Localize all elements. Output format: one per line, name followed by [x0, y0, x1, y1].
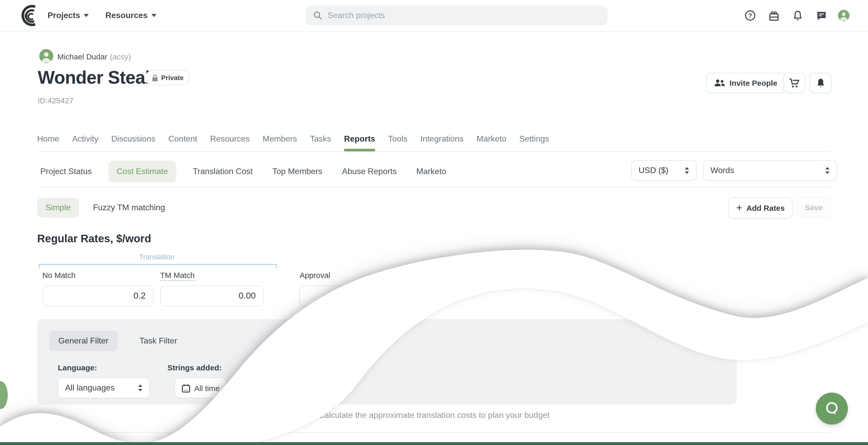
add-rates-label: Add Rates	[746, 203, 784, 212]
subtab-label: Abuse Reports	[342, 167, 397, 176]
user-avatar[interactable]	[838, 10, 849, 21]
filter-tab-general[interactable]: General Filter	[49, 330, 118, 351]
tab-settings[interactable]: Settings	[519, 126, 549, 151]
project-notifications-button[interactable]	[810, 73, 832, 93]
bottom-accent-bar	[0, 442, 868, 445]
owner-name: Michael Dudar	[57, 52, 107, 61]
rate-input-approval[interactable]	[299, 286, 427, 306]
notifications-button[interactable]	[788, 6, 807, 25]
mode-fuzzy-label: Fuzzy TM matching	[93, 203, 165, 212]
tab-label: Integrations	[420, 134, 463, 144]
top-navigation-bar: Projects Resources Search projects ?	[0, 0, 868, 32]
plus-icon: +	[736, 202, 742, 214]
subtab-top-members[interactable]: Top Members	[269, 161, 326, 182]
subtab-abuse-reports[interactable]: Abuse Reports	[339, 161, 400, 182]
strings-added-value: All time	[194, 384, 220, 392]
tab-label: Discussions	[111, 134, 156, 144]
select-caret-icon	[138, 384, 143, 391]
mode-fuzzy-tm-matching[interactable]: Fuzzy TM matching	[93, 198, 165, 218]
save-label: Save	[805, 203, 823, 212]
calendar-icon	[182, 384, 190, 392]
rate-input-tm-match[interactable]	[160, 286, 264, 306]
bell-icon	[792, 10, 803, 21]
chat-bubble-icon	[823, 400, 841, 417]
projects-menu-label: Projects	[48, 11, 80, 20]
mode-simple-label: Simple	[45, 203, 71, 212]
rate-label-tm-match-text[interactable]: TM Match	[160, 271, 194, 281]
chevron-down-icon	[84, 14, 89, 17]
subtab-label: Cost Estimate	[117, 167, 168, 176]
rate-label-no-match: No Match	[42, 271, 75, 280]
project-owner[interactable]: Michael Dudar (acsy)	[57, 52, 131, 61]
tab-integrations[interactable]: Integrations	[420, 126, 463, 151]
subtabs-divider	[37, 187, 831, 188]
filters-panel: General Filter Task Filter Language: Str…	[37, 319, 737, 405]
rates-group-label: Translation	[39, 253, 275, 261]
crowdin-logo[interactable]	[14, 5, 41, 28]
language-select[interactable]: All languages	[58, 378, 150, 398]
projects-menu[interactable]: Projects	[48, 0, 89, 31]
search-input[interactable]: Search projects	[306, 6, 608, 25]
subtab-label: Project Status	[40, 167, 92, 176]
language-value: All languages	[65, 383, 115, 392]
currency-value: USD ($)	[639, 166, 669, 175]
subtab-cost-estimate[interactable]: Cost Estimate	[108, 161, 176, 182]
help-icon: ?	[745, 10, 756, 21]
subtab-label: Translation Cost	[193, 167, 253, 176]
privacy-badge-label: Private	[161, 74, 184, 82]
owner-avatar-icon	[39, 49, 53, 63]
subtab-translation-cost[interactable]: Translation Cost	[190, 161, 256, 182]
calendar-filled-icon	[243, 384, 251, 392]
chat-icon	[816, 10, 827, 21]
invite-people-button[interactable]: Invite People	[706, 73, 785, 93]
tab-content[interactable]: Content	[168, 126, 197, 151]
add-rates-button[interactable]: + Add Rates	[728, 197, 793, 219]
project-id: ID:425427	[38, 96, 73, 105]
select-caret-icon	[685, 167, 689, 174]
tab-label: Settings	[519, 134, 549, 144]
tab-label: Marketo	[476, 134, 506, 144]
whats-new-button[interactable]	[765, 6, 783, 25]
project-owner-avatar[interactable]	[39, 49, 53, 63]
tab-resources[interactable]: Resources	[210, 126, 250, 151]
lock-icon	[152, 74, 158, 82]
tab-label: Reports	[344, 134, 375, 144]
svg-text:?: ?	[748, 12, 752, 19]
logo-icon	[14, 5, 41, 26]
strings-added-button[interactable]: All time	[175, 378, 227, 398]
tab-discussions[interactable]: Discussions	[111, 126, 156, 151]
currency-select[interactable]: USD ($)	[631, 160, 696, 181]
owner-org: (acsy)	[110, 52, 131, 61]
cart-button[interactable]	[783, 73, 805, 93]
bell-filled-icon	[816, 78, 826, 88]
rate-label-tm-match: TM Match	[160, 271, 194, 280]
support-chat-button[interactable]	[816, 392, 848, 424]
resources-menu[interactable]: Resources	[105, 0, 157, 31]
help-button[interactable]: ?	[741, 6, 760, 25]
subtab-marketo[interactable]: Marketo	[413, 161, 450, 182]
filter-tab-label: General Filter	[58, 336, 108, 346]
subtab-project-status[interactable]: Project Status	[37, 161, 95, 182]
mode-simple[interactable]: Simple	[37, 198, 79, 218]
subtab-label: Marketo	[416, 167, 446, 176]
strings-added-label: Strings added:	[167, 363, 222, 372]
secondary-filter-button[interactable]	[236, 378, 329, 398]
rate-input-no-match[interactable]	[42, 286, 153, 306]
cost-estimate-hint: Calculate the approximate translation co…	[37, 411, 831, 420]
unit-select[interactable]: Words	[703, 160, 837, 181]
reports-subtabs: Project Status Cost Estimate Translation…	[37, 161, 449, 182]
invite-people-label: Invite People	[730, 78, 777, 87]
subtab-label: Top Members	[272, 167, 322, 176]
filter-tab-task[interactable]: Task Filter	[130, 330, 187, 351]
save-button[interactable]: Save	[797, 197, 831, 218]
tab-marketo[interactable]: Marketo	[476, 126, 506, 151]
tab-label: Members	[263, 134, 297, 144]
tab-reports[interactable]: Reports	[344, 126, 375, 151]
messages-button[interactable]	[812, 6, 831, 25]
tab-home[interactable]: Home	[37, 126, 59, 151]
tab-tools[interactable]: Tools	[388, 126, 408, 151]
app-window: Projects Resources Search projects ?	[0, 0, 868, 445]
tab-tasks[interactable]: Tasks	[310, 126, 331, 151]
tab-activity[interactable]: Activity	[72, 126, 98, 151]
tab-members[interactable]: Members	[263, 126, 297, 151]
